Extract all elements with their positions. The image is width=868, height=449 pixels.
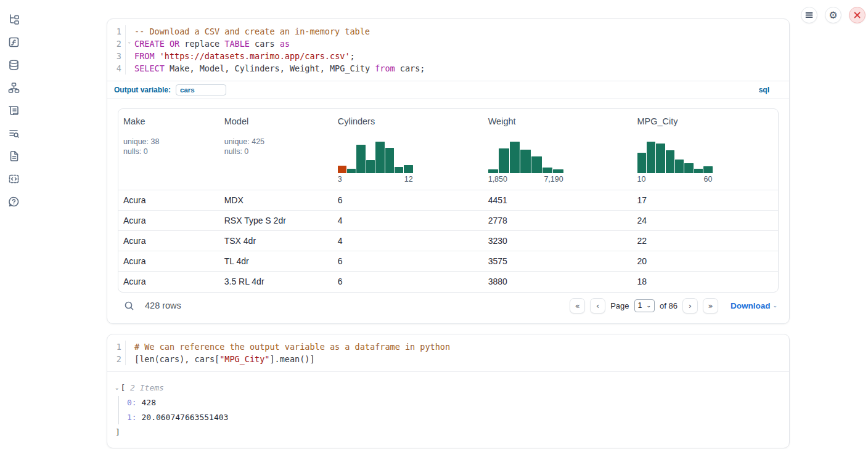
python-code-editor[interactable]: 1# We can reference the output variable … <box>107 334 789 371</box>
table-cell[interactable]: 17 <box>633 190 779 211</box>
column-title[interactable]: MPG_City <box>637 116 774 126</box>
document-icon[interactable] <box>8 150 20 162</box>
table-cell[interactable]: MDX <box>219 190 333 211</box>
table-cell[interactable]: 3.5 RL 4dr <box>219 272 333 292</box>
table-cell[interactable]: 18 <box>633 272 779 292</box>
table-footer: 428 rows « ‹ Page 1 ⌄ of 86 › » Download… <box>118 298 779 313</box>
code-line[interactable]: 2⌄CREATE OR replace TABLE cars as <box>107 38 789 50</box>
table-row[interactable]: AcuraTL 4dr6357520 <box>118 251 778 272</box>
histogram-bar[interactable] <box>684 163 693 173</box>
line-number: 1 <box>107 341 126 353</box>
help-circle-icon[interactable] <box>8 196 20 208</box>
column-histogram[interactable]: 1060 <box>637 140 713 184</box>
menu-button[interactable] <box>801 7 817 23</box>
table-cell[interactable]: TSX 4dr <box>219 231 333 251</box>
histogram-bar[interactable] <box>395 167 403 173</box>
first-page-button[interactable]: « <box>570 298 585 313</box>
code-line[interactable]: 1-- Download a CSV and create an in-memo… <box>107 25 789 38</box>
column-title[interactable]: Model <box>224 116 328 126</box>
histogram-bar[interactable] <box>647 142 655 173</box>
shutdown-button[interactable] <box>849 7 866 23</box>
table-cell[interactable]: 4451 <box>483 190 633 211</box>
column-histogram[interactable]: 1,8507,190 <box>488 140 563 184</box>
logs-scroll-icon[interactable] <box>8 105 20 116</box>
list-search-icon[interactable] <box>8 127 20 139</box>
histogram-bar[interactable] <box>356 145 365 173</box>
histogram-bar[interactable] <box>366 160 375 173</box>
table-cell[interactable]: Acura <box>118 272 219 292</box>
histogram-bar[interactable] <box>347 169 356 173</box>
histogram-bar[interactable] <box>694 169 703 173</box>
collapse-chevron-icon[interactable]: ⌄ <box>115 384 118 390</box>
open-bracket: [ <box>120 383 125 392</box>
histogram-bar[interactable] <box>385 148 394 173</box>
histogram-bar[interactable] <box>703 166 712 173</box>
table-cell[interactable]: 3575 <box>483 251 633 272</box>
histogram-bar[interactable] <box>675 160 684 173</box>
fold-chevron-icon[interactable]: ⌄ <box>128 39 131 44</box>
code-snippet-icon[interactable] <box>8 173 20 185</box>
search-icon[interactable] <box>124 301 134 311</box>
table-cell[interactable]: 4 <box>333 231 483 251</box>
table-cell[interactable]: Acura <box>118 190 219 211</box>
sql-code-editor[interactable]: 1-- Download a CSV and create an in-memo… <box>107 19 789 81</box>
histogram-bar[interactable] <box>338 166 346 173</box>
function-square-icon[interactable] <box>8 36 20 48</box>
next-page-button[interactable]: › <box>682 298 698 313</box>
table-cell[interactable]: 3230 <box>483 231 633 251</box>
code-line[interactable]: 3FROM 'https://datasets.marimo.app/cars.… <box>107 50 789 62</box>
table-row[interactable]: AcuraRSX Type S 2dr4277824 <box>118 211 778 231</box>
table-cell[interactable]: 3880 <box>483 272 633 292</box>
histogram-bar[interactable] <box>553 169 563 173</box>
column-title[interactable]: Make <box>123 116 215 126</box>
code-line[interactable]: 2[len(cars), cars["MPG_City"].mean()] <box>107 353 789 365</box>
code-text: CREATE OR replace TABLE cars as <box>126 38 290 50</box>
histogram-bar[interactable] <box>488 169 499 173</box>
table-cell[interactable]: 22 <box>633 231 779 251</box>
table-cell[interactable]: Acura <box>118 251 219 272</box>
histogram-bar[interactable] <box>656 144 665 173</box>
close-icon <box>853 11 861 19</box>
table-row[interactable]: Acura3.5 RL 4dr6388018 <box>118 272 778 292</box>
table-row[interactable]: AcuraTSX 4dr4323022 <box>118 231 778 251</box>
table-cell[interactable]: Acura <box>118 231 219 251</box>
table-cell[interactable]: Acura <box>118 211 219 231</box>
prev-page-button[interactable]: ‹ <box>590 298 605 313</box>
sql-output: Makeunique: 38nulls: 0Modelunique: 425nu… <box>107 99 789 323</box>
page-select[interactable]: 1 ⌄ <box>634 299 655 312</box>
histogram-bar[interactable] <box>531 156 542 173</box>
column-title[interactable]: Weight <box>488 116 628 126</box>
table-row[interactable]: AcuraMDX6445117 <box>118 190 778 211</box>
histogram-bar[interactable] <box>499 148 509 173</box>
histogram-bar[interactable] <box>666 150 674 173</box>
table-cell[interactable]: 6 <box>333 190 483 211</box>
output-variable-input[interactable] <box>176 84 226 95</box>
histogram-bar[interactable] <box>637 153 646 173</box>
table-cell[interactable]: 4 <box>333 211 483 231</box>
column-title[interactable]: Cylinders <box>338 116 478 126</box>
histogram-bar[interactable] <box>520 150 531 173</box>
database-icon[interactable] <box>8 59 20 71</box>
table-cell[interactable]: RSX Type S 2dr <box>219 211 333 231</box>
histogram-bar[interactable] <box>375 142 384 173</box>
table-cell[interactable]: 24 <box>633 211 779 231</box>
tree-entry: 1: 20.060747663551403 <box>127 411 789 424</box>
table-cell[interactable]: 6 <box>333 272 483 292</box>
download-button[interactable]: Download ⌄ <box>731 301 777 310</box>
table-cell[interactable]: 6 <box>333 251 483 272</box>
gear-icon: ⚙ <box>829 10 837 20</box>
column-histogram[interactable]: 312 <box>338 140 413 184</box>
tree-key: 0: <box>127 398 137 407</box>
last-page-button[interactable]: » <box>703 298 718 313</box>
histogram-bar[interactable] <box>404 165 412 174</box>
dependency-graph-icon[interactable] <box>8 82 20 94</box>
file-tree-icon[interactable] <box>8 14 20 25</box>
code-line[interactable]: 4SELECT Make, Model, Cylinders, Weight, … <box>107 62 789 75</box>
table-cell[interactable]: 20 <box>633 251 779 272</box>
histogram-bar[interactable] <box>542 168 553 173</box>
table-cell[interactable]: TL 4dr <box>219 251 333 272</box>
code-line[interactable]: 1# We can reference the output variable … <box>107 341 789 353</box>
settings-button[interactable]: ⚙ <box>825 7 841 23</box>
table-cell[interactable]: 2778 <box>483 211 633 231</box>
histogram-bar[interactable] <box>510 142 520 173</box>
